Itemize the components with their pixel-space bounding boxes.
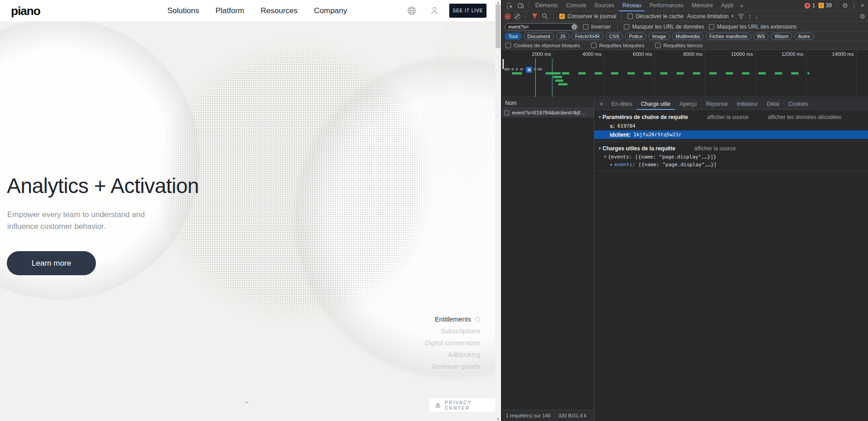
preserve-log-checkbox[interactable]: ✓ Conserver le journal [559,13,616,20]
devtools-panel: Éléments Console Sources Réseau Performa… [501,0,868,421]
network-conditions-icon[interactable] [738,13,744,20]
settings-gear-icon[interactable]: ⚙ [842,2,848,9]
request-list-column-header[interactable]: Nom [502,98,594,108]
hero-subtitle: Empower every team to understand and inf… [7,209,169,233]
request-bar [512,68,514,70]
export-har-icon[interactable]: ↓ [755,13,758,20]
network-overview-timeline[interactable]: 2000 ms 4000 ms 6000 ms 8000 ms 10000 ms… [502,50,868,97]
filter-funnel-icon[interactable] [532,13,538,20]
query-param-row-selected[interactable]: idclient: 1kjfu26r5tq5w21r [594,130,868,139]
learn-more-button[interactable]: Learn more [7,251,96,275]
hide-data-urls-checkbox[interactable]: Masquer les URL de données [624,24,704,30]
view-source-link[interactable]: afficher la source [694,145,736,152]
tab-timing[interactable]: Délai [763,98,784,110]
caret-down-icon: ▼ [731,14,735,19]
scroll-down-chevron-icon[interactable]: ⌄ [244,397,250,405]
feature-revenue-growth[interactable]: Revenue growth [318,361,480,372]
request-bar [553,76,562,78]
tab-initiator[interactable]: Initiateur [733,98,763,110]
clear-network-log-icon[interactable] [514,14,520,20]
nav-resources[interactable]: Resources [261,6,297,15]
network-split-view: Nom event?s=619784&idclient=lkjf… 1 requ… [502,98,868,421]
throttling-dropdown[interactable]: Aucune limitation ▼ [687,13,734,20]
record-network-log-icon[interactable] [505,14,511,20]
chip-image[interactable]: Image [648,33,670,40]
tab-application[interactable]: Appli [717,0,737,11]
tab-cookies[interactable]: Cookies [784,98,813,110]
tab-sources[interactable]: Sources [591,0,618,11]
warning-badge[interactable]: ! 39 [818,2,832,9]
piano-logo[interactable]: piano [11,4,40,18]
divider [554,413,555,418]
disable-cache-checkbox[interactable]: Désactiver le cache [627,13,683,20]
overview-drag-handle[interactable] [502,59,504,69]
periodic-request-bars [546,72,809,74]
tab-network[interactable]: Réseau [619,0,645,11]
nav-company[interactable]: Company [314,6,347,15]
page-scrollbar[interactable]: ▲ ▼ [495,0,501,421]
request-payload-section-header[interactable]: ▼ Charges utiles de la requête afficher … [594,144,868,153]
invert-checkbox[interactable]: Inverser [583,24,611,30]
blocked-requests-checkbox[interactable]: Requêtes bloquées [591,43,644,48]
third-party-requests-checkbox[interactable]: Requêtes tierces [655,43,702,48]
tab-payload[interactable]: Charge utile [637,98,675,110]
network-settings-gear-icon[interactable]: ⚙ [859,13,865,20]
selected-request-marker [526,67,532,73]
feature-subscriptions[interactable]: Subscriptions [318,325,480,337]
view-decoded-link[interactable]: afficher les données décodées [768,114,842,120]
tab-memory[interactable]: Mémoire [688,0,717,11]
search-icon[interactable] [542,13,548,20]
error-icon: × [804,3,810,9]
clear-filter-icon[interactable]: × [572,24,577,30]
payload-object-row[interactable]: ▼ {events: [{name: "page.display",…}]} [594,153,868,161]
tab-elements[interactable]: Éléments [532,0,562,11]
privacy-center-button[interactable]: PRIVACY CENTER [429,398,495,412]
device-toolbar-icon[interactable] [516,1,526,10]
account-user-icon[interactable] [430,6,439,15]
request-list: Nom event?s=619784&idclient=lkjf… 1 requ… [502,98,594,421]
scrollbar-thumb[interactable] [496,5,501,48]
chip-all[interactable]: Tout [505,33,522,40]
scrollbar-up-arrow[interactable]: ▲ [495,0,501,5]
feature-adblocking[interactable]: Adblocking [318,349,480,361]
chip-ws[interactable]: WS [753,33,769,40]
chip-wasm[interactable]: Wasm [771,33,792,40]
chip-document[interactable]: Document [524,33,554,40]
query-param-row[interactable]: s: 619784 [594,122,868,130]
tab-headers[interactable]: En-têtes [607,98,637,110]
chip-manifest[interactable]: Fichier manifeste [706,33,751,40]
hide-extension-urls-checkbox[interactable]: Masquer les URL des extensions [709,24,797,30]
chip-css[interactable]: CSS [606,33,623,40]
tab-preview[interactable]: Aperçu [675,98,701,110]
tab-performance[interactable]: Performances [646,0,687,11]
nav-solutions[interactable]: Solutions [167,6,199,15]
see-it-live-button[interactable]: SEE IT LIVE [449,4,487,18]
feature-digital-conversions[interactable]: Digital conversions [318,337,480,349]
blocked-response-cookies-checkbox[interactable]: Cookies de réponse bloqués [506,43,580,48]
chip-js[interactable]: JS [556,33,569,40]
view-source-link[interactable]: afficher la source [707,114,748,120]
kebab-menu-icon[interactable]: ⋮ [851,2,858,9]
request-checkbox[interactable] [504,110,509,115]
request-bar [520,68,523,70]
chip-media[interactable]: Multimédia [672,33,703,40]
import-har-icon[interactable]: ↑ [748,13,751,20]
scrollbar-down-arrow[interactable]: ▼ [495,416,501,421]
request-row[interactable]: event?s=619784&idclient=lkjf… [502,108,594,118]
language-globe-icon[interactable] [407,6,416,15]
filter-input[interactable] [505,23,578,30]
tab-console[interactable]: Console [562,0,590,11]
chip-fetch-xhr[interactable]: Fetch/XHR [572,33,603,40]
query-string-section-header[interactable]: ▼ Paramètres de chaîne de requête affich… [594,113,868,122]
more-tabs-icon[interactable]: » [738,2,746,9]
payload-events-row[interactable]: ▶ events : [{name: "page.display",…}] [594,161,868,168]
chip-other[interactable]: Autre [794,33,813,40]
feature-entitlements[interactable]: Entitlements [318,313,480,325]
chip-font[interactable]: Police [625,33,646,40]
close-devtools-icon[interactable]: × [861,2,864,9]
nav-platform[interactable]: Platform [216,6,244,15]
error-badge[interactable]: × 1 [804,2,815,9]
tab-response[interactable]: Réponse [701,98,732,110]
inspect-element-icon[interactable] [505,1,515,10]
close-details-icon[interactable]: × [596,100,607,108]
